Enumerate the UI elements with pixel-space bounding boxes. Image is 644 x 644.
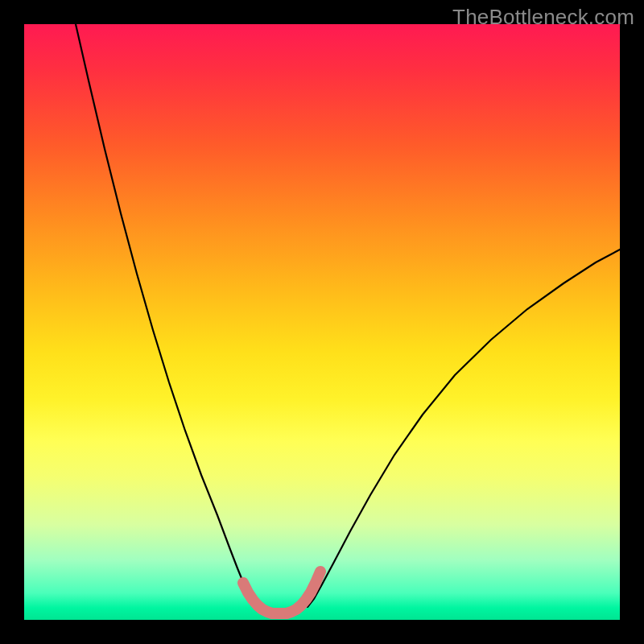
left-branch-line: [76, 24, 258, 607]
curve-layer: [24, 24, 620, 620]
plot-area: [24, 24, 620, 620]
right-branch-line: [308, 250, 620, 607]
chart-stage: TheBottleneck.com: [0, 0, 644, 644]
highlight-dip-line: [243, 572, 320, 613]
